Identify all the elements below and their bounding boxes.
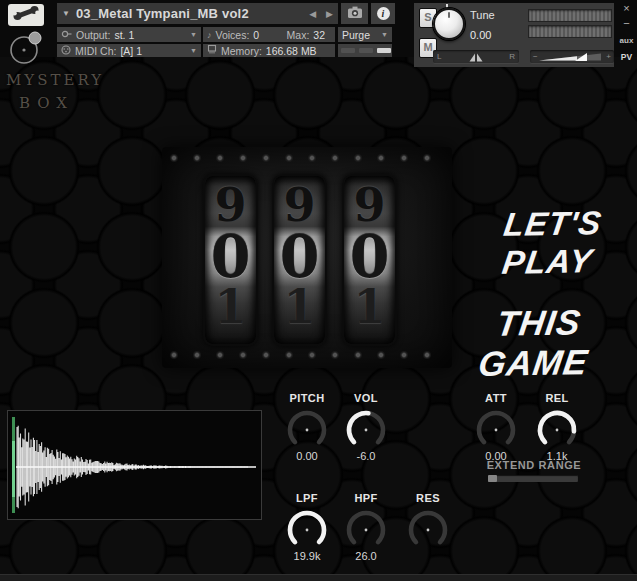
purge-caret-icon[interactable]: ▼: [381, 31, 388, 38]
volume-minus-mark: −: [533, 50, 538, 63]
midi-channel-selector[interactable]: MIDI Ch: [A] 1 ▼: [57, 44, 201, 57]
info-icon: i: [377, 7, 390, 20]
output-controls-panel: S M Tune 0.00 L R − +: [414, 3, 614, 67]
attack-knob[interactable]: [464, 408, 528, 452]
level-meter-left: [528, 9, 612, 22]
output-selector[interactable]: Output: st. 1 ▼: [57, 27, 201, 42]
max-voices-value: 32: [313, 29, 325, 41]
edit-wrench-button[interactable]: [8, 4, 44, 26]
res-knob[interactable]: [396, 508, 460, 552]
memory-label: Memory:: [221, 45, 262, 57]
purge-label: Purge: [342, 29, 370, 41]
attack-knob-group: ATT 0.00: [464, 392, 528, 462]
bottom-edge-bar: [0, 574, 637, 581]
midi-value: [A] 1: [120, 45, 142, 57]
led-indicator: [341, 48, 355, 53]
lpf-knob-group: LPF 19.9k: [275, 492, 339, 562]
output-label: Output:: [76, 29, 110, 41]
tune-knob[interactable]: [433, 8, 465, 40]
aux-button[interactable]: aux: [616, 36, 637, 45]
midi-label: MIDI Ch:: [75, 45, 116, 57]
output-jack-icon: [61, 29, 72, 41]
voices-value: 0: [253, 29, 259, 41]
voices-label: Voices:: [216, 29, 250, 41]
instrument-dial-icon: [6, 28, 48, 70]
prev-instrument-icon[interactable]: ◀: [304, 9, 321, 19]
voices-display: ♪ Voices: 0 Max: 32: [203, 27, 335, 42]
vol-knob-group: VOL -6.0: [334, 392, 398, 462]
led-indicator-active: [377, 48, 391, 53]
midi-caret-icon[interactable]: ▼: [190, 47, 197, 54]
waveform-display: [7, 410, 262, 520]
mystery-box-logo: MYSTERY BOX: [6, 71, 104, 112]
close-button[interactable]: ×: [616, 2, 637, 14]
reel-digit-bottom: 1: [205, 280, 256, 334]
release-knob[interactable]: [525, 408, 589, 452]
tagline: LET'S PLAY THIS GAME: [437, 203, 637, 384]
hpf-knob-group: HPF 26.0: [334, 492, 398, 562]
release-label: REL: [525, 392, 589, 404]
led-indicator: [359, 48, 373, 53]
pan-slider[interactable]: L R: [433, 50, 519, 63]
camera-icon: [346, 5, 364, 22]
extend-range-group: EXTEND RANGE: [483, 459, 585, 482]
pan-handle-icon[interactable]: [468, 52, 484, 64]
extend-range-handle[interactable]: [488, 475, 497, 482]
output-caret-icon[interactable]: ▼: [190, 31, 197, 38]
rivet-row-bottom: [168, 349, 446, 361]
vol-label: VOL: [334, 392, 398, 404]
waveform-svg: [8, 411, 261, 519]
instrument-title-bar[interactable]: ▼ 03_Metal Tympani_MB vol2 ◀ ▶: [57, 3, 338, 24]
logo-line1: MYSTERY: [6, 71, 104, 89]
res-knob-group: RES: [396, 492, 460, 550]
max-voices-label: Max:: [287, 29, 310, 41]
memory-value: 166.68 MB: [266, 45, 317, 57]
instrument-title: 03_Metal Tympani_MB vol2: [76, 6, 304, 21]
number-reel-2: 9 0 1: [272, 174, 327, 346]
lpf-label: LPF: [275, 492, 339, 504]
output-value: st. 1: [114, 29, 134, 41]
rivet-row-top: [168, 152, 446, 164]
res-label: RES: [396, 492, 460, 504]
volume-slider[interactable]: − +: [530, 50, 614, 63]
pan-right-mark: R: [509, 50, 515, 63]
snapshot-camera-button[interactable]: [341, 3, 368, 24]
minimize-button[interactable]: −: [616, 17, 637, 29]
vol-knob[interactable]: [334, 408, 398, 452]
lpf-knob[interactable]: [275, 508, 339, 552]
volume-wedge-icon[interactable]: [539, 50, 607, 65]
memory-chip-icon: [207, 44, 217, 57]
purge-button[interactable]: Purge ▼: [338, 27, 392, 42]
number-reel-1: 9 0 1: [203, 174, 258, 346]
extend-range-slider[interactable]: [488, 475, 578, 482]
logo-line2: BOX: [19, 94, 104, 112]
info-button[interactable]: i: [371, 3, 395, 24]
level-meter-right: [528, 25, 612, 38]
reel-digit-bottom: 1: [344, 280, 395, 334]
tune-label: Tune: [470, 9, 495, 21]
wrench-icon: [11, 5, 41, 25]
window-controls-column: × − aux PV: [616, 0, 637, 70]
pitch-knob[interactable]: [275, 408, 339, 452]
purge-led-indicators: [338, 44, 392, 57]
tune-value: 0.00: [470, 29, 491, 41]
reel-digit-bottom: 1: [274, 280, 325, 334]
pv-button[interactable]: PV: [616, 52, 637, 62]
tagline-line2: THIS GAME: [437, 301, 635, 384]
voices-note-icon: ♪: [207, 30, 212, 40]
tagline-line1: LET'S PLAY: [452, 203, 637, 282]
title-dropdown-caret-icon[interactable]: ▼: [62, 9, 70, 18]
hpf-knob[interactable]: [334, 508, 398, 552]
memory-display: Memory: 166.68 MB: [203, 44, 335, 57]
extend-range-label: EXTEND RANGE: [483, 459, 585, 471]
release-knob-group: REL 1.1k: [525, 392, 589, 462]
pitch-knob-group: PITCH 0.00: [275, 392, 339, 462]
midi-din-icon: [61, 45, 71, 57]
next-instrument-icon[interactable]: ▶: [321, 9, 338, 19]
kontakt-instrument-window: ▼ 03_Metal Tympani_MB vol2 ◀ ▶ i Output:…: [0, 0, 637, 581]
attack-label: ATT: [464, 392, 528, 404]
pitch-label: PITCH: [275, 392, 339, 404]
hpf-label: HPF: [334, 492, 398, 504]
pan-left-mark: L: [437, 50, 441, 63]
number-reel-3: 9 0 1: [342, 174, 397, 346]
